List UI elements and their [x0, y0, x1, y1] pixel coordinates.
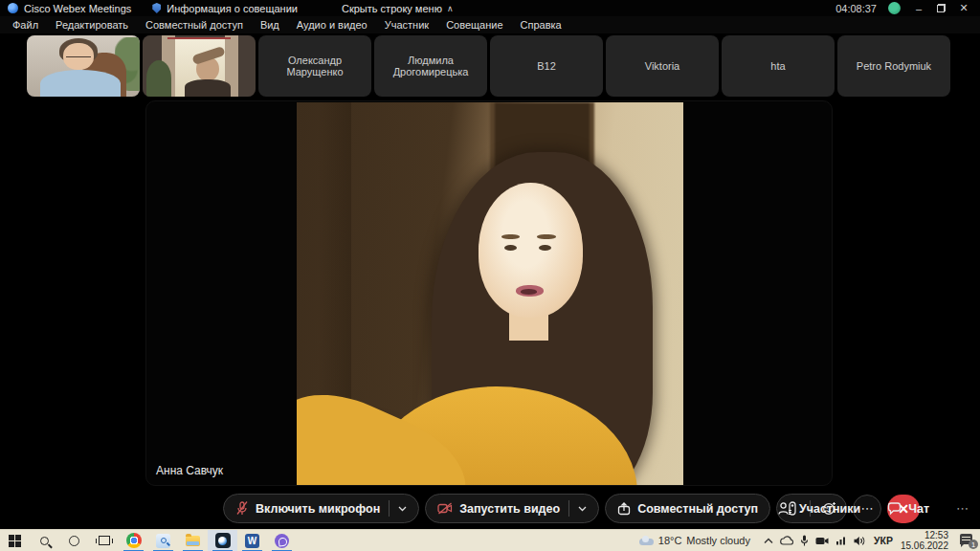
webex-logo-icon: [8, 3, 18, 13]
weather-condition: Mostly cloudy: [686, 535, 750, 546]
connection-status-icon: [888, 2, 901, 14]
menu-participant[interactable]: Участник: [376, 16, 437, 33]
cloudy-weather-icon: [639, 536, 654, 545]
app-title: Cisco Webex Meetings: [24, 3, 131, 14]
menu-view[interactable]: Вид: [252, 16, 288, 33]
meeting-info-button[interactable]: Информация о совещании: [167, 3, 298, 14]
speaker-face: [479, 183, 583, 317]
menu-audio-video[interactable]: Аудио и видео: [288, 16, 376, 33]
camera-tray-icon[interactable]: [815, 537, 829, 545]
start-video-button[interactable]: Запустить видео: [425, 494, 599, 523]
speaker-eye: [504, 245, 517, 251]
notification-badge: 1: [969, 540, 978, 549]
webex-icon: [215, 533, 231, 548]
participant-video-1-art: [27, 35, 140, 97]
search-icon: [40, 537, 49, 545]
taskbar-clock[interactable]: 12:53 15.06.2022: [901, 530, 948, 551]
participant-video-tile-1[interactable]: [27, 35, 140, 97]
viber-app-button[interactable]: [267, 530, 297, 551]
language-indicator[interactable]: УКР: [874, 535, 893, 546]
taskbar-search-button[interactable]: [30, 530, 59, 551]
active-speaker-video: [297, 102, 683, 486]
titlebar: Cisco Webex Meetings Информация о совеща…: [0, 0, 980, 16]
active-speaker-name: Анна Савчук: [156, 464, 223, 477]
participant-video-2-art: [143, 35, 256, 97]
menu-file[interactable]: Файл: [4, 16, 47, 33]
unmute-mic-button[interactable]: Включить микрофон: [223, 494, 419, 523]
tray-expand-chevron-icon[interactable]: [764, 538, 773, 544]
divider: [389, 500, 390, 517]
participant-name-tile[interactable]: Petro Rodymiuk: [837, 35, 950, 97]
participant-filmstrip: Олександр Марущенко Людмила Дрогомирецьк…: [0, 33, 980, 99]
menubar: Файл Редактировать Совместный доступ Вид…: [0, 16, 980, 33]
file-explorer-button[interactable]: [178, 530, 208, 551]
participant-name-tile[interactable]: Viktoria: [606, 35, 719, 97]
menu-meeting[interactable]: Совещание: [437, 16, 511, 33]
cortana-icon: [69, 536, 79, 546]
curtain-rail-decor: [167, 37, 231, 39]
windows-logo-icon: [9, 535, 21, 547]
meeting-elapsed-time: 04:08:37: [835, 3, 877, 14]
weather-widget[interactable]: 18°C Mostly cloudy: [639, 535, 750, 546]
titlebar-right: 04:08:37 – ✕: [835, 2, 980, 14]
network-signal-icon[interactable]: [835, 536, 847, 545]
participant-2-body: [185, 79, 231, 97]
participant-name-tile[interactable]: Олександр Марущенко: [258, 35, 371, 97]
share-content-button[interactable]: Совместный доступ: [605, 494, 770, 523]
titlebar-left: Cisco Webex Meetings Информация о совеща…: [0, 3, 453, 14]
viber-icon: [275, 534, 289, 548]
controls-right: Участники Чат ⋯: [778, 494, 969, 523]
chat-panel-button[interactable]: Чат: [887, 501, 929, 516]
close-button[interactable]: ✕: [957, 2, 970, 14]
task-view-icon: [99, 536, 110, 545]
menu-help[interactable]: Справка: [512, 16, 570, 33]
magnifier-app-icon: [156, 534, 170, 548]
taskbar-tray: 18°C Mostly cloudy: [639, 530, 980, 551]
minimize-button[interactable]: –: [912, 3, 925, 14]
participant-video-tile-2[interactable]: [143, 35, 256, 97]
task-view-button[interactable]: [89, 530, 119, 551]
mic-muted-icon: [235, 501, 249, 516]
weather-temp: 18°C: [658, 535, 682, 546]
microphone-tray-icon[interactable]: [800, 535, 809, 546]
participants-panel-button[interactable]: Участники: [778, 501, 860, 516]
speaker-volume-icon[interactable]: [854, 536, 866, 546]
speaker-mouth: [521, 289, 537, 295]
stage: Анна Савчук: [0, 99, 980, 488]
panel-more-options-button[interactable]: ⋯: [956, 501, 969, 516]
participant-1-shirt: [40, 70, 121, 97]
participants-icon: [778, 501, 792, 516]
menu-share[interactable]: Совместный доступ: [137, 16, 252, 33]
speaker-brow: [537, 234, 556, 240]
search-app-button[interactable]: [148, 530, 178, 551]
participant-1-glasses: [66, 53, 91, 57]
menu-edit[interactable]: Редактировать: [47, 16, 137, 33]
camera-off-icon: [437, 502, 453, 515]
onedrive-cloud-icon[interactable]: [780, 536, 793, 545]
start-button[interactable]: [0, 530, 30, 551]
participant-name-tile[interactable]: B12: [490, 35, 603, 97]
participant-name-tile[interactable]: hta: [722, 35, 835, 97]
action-center-button[interactable]: 1: [960, 533, 976, 548]
webex-app-button[interactable]: [208, 530, 237, 551]
chrome-icon: [126, 533, 142, 548]
cortana-button[interactable]: [59, 530, 89, 551]
speaker-eye: [539, 245, 551, 251]
chrome-app-button[interactable]: [119, 530, 148, 551]
taskbar-apps: W: [0, 530, 297, 551]
active-speaker-panel: Анна Савчук: [145, 100, 833, 486]
windows-taskbar: W 18°C Mostly cloudy: [0, 529, 980, 551]
chevron-down-icon[interactable]: [578, 506, 587, 512]
clock-time: 12:53: [901, 530, 948, 540]
plant-decor: [146, 60, 171, 97]
chevron-down-icon[interactable]: [398, 506, 407, 512]
chevron-up-icon: ∧: [447, 4, 454, 13]
hide-menu-button[interactable]: Скрыть строку меню ∧: [342, 3, 453, 14]
chat-bubble-icon: [887, 501, 902, 516]
restore-button[interactable]: [937, 4, 946, 12]
word-icon: W: [245, 534, 259, 548]
meeting-controls: Включить микрофон Запустить видео: [0, 488, 980, 529]
participant-name-tile[interactable]: Людмила Дрогомирецька: [374, 35, 487, 97]
word-app-button[interactable]: W: [237, 530, 267, 551]
webex-window: Cisco Webex Meetings Информация о совеща…: [0, 0, 980, 551]
